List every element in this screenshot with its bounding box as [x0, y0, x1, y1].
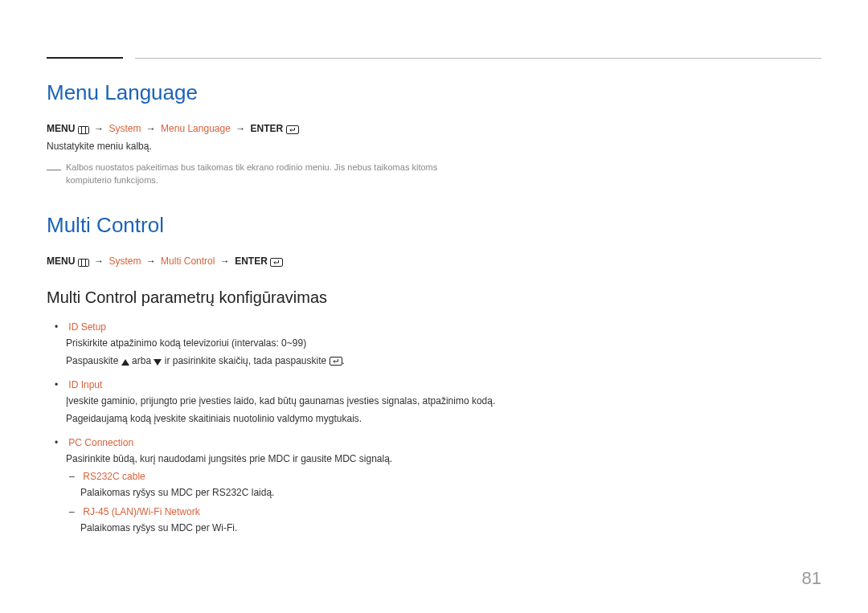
down-triangle-icon	[154, 355, 162, 366]
param-line: Paspauskite arba ir pasirinkite skaičių,…	[66, 353, 516, 368]
svg-marker-9	[154, 359, 162, 366]
param-line: Pasirinkite būdą, kurį naudodami jungsit…	[66, 452, 516, 466]
breadcrumb-menu-label: MENU	[47, 255, 75, 267]
breadcrumb-multi-control: MENU → System → Multi Control → ENTER	[47, 255, 690, 268]
heading-multi-control: Multi Control	[47, 213, 690, 238]
page-content: Menu Language MENU → System → Menu Langu…	[47, 48, 690, 535]
param-line: Pageidaujamą kodą įveskite skaitiniais n…	[66, 411, 516, 426]
param-list: ID Setup Priskirkite atpažinimo kodą tel…	[47, 321, 690, 535]
breadcrumb-enter-label: ENTER	[251, 123, 284, 134]
breadcrumb-system: System	[108, 255, 141, 267]
menu-icon	[78, 256, 89, 268]
breadcrumb-enter-label: ENTER	[235, 255, 268, 267]
page-number: 81	[802, 568, 821, 589]
enter-icon	[286, 124, 299, 135]
arrow-icon: →	[146, 123, 156, 134]
breadcrumb-item: Multi Control	[161, 255, 215, 267]
breadcrumb-menu-language: MENU → System → Menu Language → ENTER	[47, 123, 690, 135]
arrow-icon: →	[220, 255, 230, 267]
svg-marker-8	[121, 359, 129, 366]
param-title: ID Input	[68, 379, 102, 390]
text-fragment: .	[342, 355, 345, 366]
subheading-config: Multi Control parametrų konfigūravimas	[47, 288, 690, 307]
param-line: Palaikomas ryšys su MDC per RS232C laidą…	[80, 485, 530, 500]
body-text: Nustatykite meniu kalbą.	[47, 140, 690, 153]
enter-icon	[330, 355, 342, 366]
arrow-icon: →	[94, 255, 104, 267]
param-line: Įveskite gaminio, prijungto prie įvestie…	[66, 394, 516, 408]
sub-list: RS232C cable Palaikomas ryšys su MDC per…	[66, 471, 690, 535]
param-id-setup: ID Setup Priskirkite atpažinimo kodą tel…	[66, 321, 690, 368]
param-line: Palaikomas ryšys su MDC per Wi-Fi.	[80, 521, 530, 535]
svg-rect-0	[78, 126, 88, 133]
sub-title: RS232C cable	[83, 471, 145, 482]
param-title: PC Connection	[68, 437, 133, 448]
menu-icon	[78, 124, 89, 135]
param-id-input: ID Input Įveskite gaminio, prijungto pri…	[66, 379, 690, 426]
breadcrumb-item: Menu Language	[161, 123, 231, 134]
svg-rect-4	[78, 259, 88, 266]
sub-rj45: RJ-45 (LAN)/Wi-Fi Network Palaikomas ryš…	[80, 506, 690, 535]
enter-icon	[270, 256, 283, 268]
param-title: ID Setup	[68, 321, 106, 333]
breadcrumb-system: System	[108, 123, 141, 134]
note: ― Kalbos nuostatos pakeitimas bus taikom…	[47, 161, 690, 187]
note-dash-icon: ―	[47, 161, 61, 176]
arrow-icon: →	[235, 123, 245, 134]
param-line: Priskirkite atpažinimo kodą televizoriui…	[66, 336, 516, 350]
text-fragment: Paspauskite	[66, 355, 121, 366]
param-pc-connection: PC Connection Pasirinkite būdą, kurį nau…	[66, 437, 690, 535]
text-fragment: ir pasirinkite skaičių, tada paspauskite	[162, 355, 329, 366]
sub-title: RJ-45 (LAN)/Wi-Fi Network	[83, 506, 199, 517]
text-fragment: arba	[129, 355, 154, 366]
breadcrumb-menu-label: MENU	[47, 123, 75, 134]
heading-menu-language: Menu Language	[47, 80, 690, 105]
up-triangle-icon	[121, 355, 129, 366]
note-text: Kalbos nuostatos pakeitimas bus taikomas…	[66, 161, 484, 187]
arrow-icon: →	[94, 123, 104, 134]
arrow-icon: →	[146, 255, 156, 267]
sub-rs232c: RS232C cable Palaikomas ryšys su MDC per…	[80, 471, 690, 500]
